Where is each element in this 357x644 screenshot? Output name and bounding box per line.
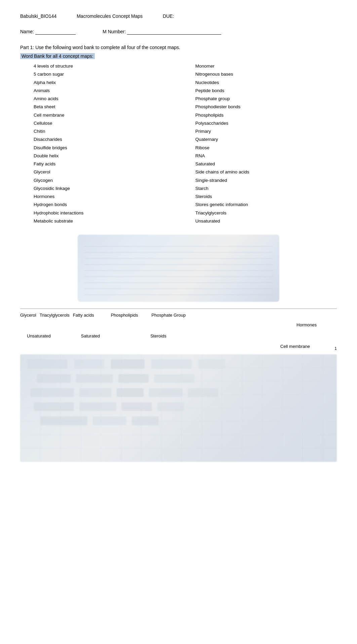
label-unsaturated: Unsaturated — [27, 333, 51, 338]
name-label: Name: — [20, 29, 34, 34]
due-label: DUE: — [163, 13, 174, 19]
wb-item: Chitin — [34, 128, 175, 135]
form-fields: Name: M Number: — [20, 29, 337, 35]
label-phosphate-group: Phosphate Group — [152, 313, 186, 318]
wb-item: Cellulose — [34, 120, 175, 127]
concept-map-diagram-top — [78, 235, 279, 302]
wb-item: Nucleotides — [195, 79, 337, 86]
wb-item: Nitrogenous bases — [195, 71, 337, 78]
concept-labels-row-1: Glycerol Triacylglycerols Fatty acids Ph… — [20, 311, 337, 320]
word-bank-right-column: Monomer Nitrogenous bases Nucleotides Pe… — [195, 63, 337, 225]
wb-item: Glycogen — [34, 177, 175, 184]
wb-item: Hydrogen bonds — [34, 201, 175, 208]
label-hormones: Hormones — [296, 322, 317, 327]
wb-item: Phosphate group — [195, 95, 337, 102]
word-bank-heading: Word Bank for all 4 concept maps: — [20, 53, 337, 59]
label-triacylglycerols: Triacylglycerols — [40, 313, 70, 318]
word-bank: 4 levels of structure 5 carbon sugar Alp… — [20, 63, 337, 225]
wb-item: Fatty acids — [34, 161, 175, 167]
wb-item: Monomer — [195, 63, 337, 70]
label-phospholipids: Phospholipids — [111, 313, 138, 318]
wb-item: Alpha helix — [34, 79, 175, 86]
name-field-container: Name: — [20, 29, 76, 35]
wb-item: Primary — [195, 128, 337, 135]
assignment-title: Macromolecules Concept Maps — [77, 13, 143, 19]
header-left: Babulski_BIO144 Macromolecules Concept M… — [20, 13, 174, 19]
label-glycerol: Glycerol — [20, 313, 36, 318]
wb-item: Polysaccharides — [195, 120, 337, 127]
wb-item: Disaccharides — [34, 136, 175, 143]
section-divider — [20, 309, 337, 309]
wb-item: 5 carbon sugar — [34, 71, 175, 78]
wb-item: Metabolic substrate — [34, 218, 175, 225]
wb-item: Ribose — [195, 145, 337, 151]
wb-item: Starch — [195, 185, 337, 192]
concept-labels-row-3: Unsaturated Saturated Steroids — [20, 330, 337, 342]
wb-item: Triacylglycerols — [195, 210, 337, 216]
wb-item: Glycerol — [34, 169, 175, 175]
wb-item: Hormones — [34, 193, 175, 200]
wb-item: Single-stranded — [195, 177, 337, 184]
name-input[interactable] — [35, 29, 76, 35]
wb-item: RNA — [195, 153, 337, 159]
overlap-labels-group: Glycerol Triacylglycerols Fatty acids — [20, 313, 94, 318]
wb-item: Stores genetic information — [195, 201, 337, 208]
wb-item: Unsaturated — [195, 218, 337, 225]
wb-item: 4 levels of structure — [34, 63, 175, 70]
wb-item: Saturated — [195, 161, 337, 167]
word-bank-left-column: 4 levels of structure 5 carbon sugar Alp… — [34, 63, 175, 225]
wb-item: Phosphodiester bonds — [195, 104, 337, 110]
wb-item: Double helix — [34, 153, 175, 159]
wb-item: Cell membrane — [34, 112, 175, 119]
course-label: Babulski_BIO144 — [20, 13, 56, 19]
wb-item: Beta sheet — [34, 104, 175, 110]
concept-map-diagram-bottom — [20, 354, 337, 462]
mnumber-label: M Number: — [103, 29, 126, 34]
wb-item: Amino acids — [34, 95, 175, 102]
mnumber-field-container: M Number: — [103, 29, 221, 35]
label-saturated: Saturated — [81, 333, 100, 338]
concept-labels-row-4: Cell membrane 1 — [20, 342, 337, 351]
concept-labels-row-2: Hormones — [20, 320, 337, 330]
wb-item: Disulfide bridges — [34, 145, 175, 151]
document-header: Babulski_BIO144 Macromolecules Concept M… — [20, 13, 337, 19]
instructions-text: Part 1: Use the following word bank to c… — [20, 45, 337, 50]
label-cell-membrane: Cell membrane — [280, 344, 310, 349]
wb-item: Hydrophobic interactions — [34, 210, 175, 216]
wb-item: Glycosidic linkage — [34, 185, 175, 192]
wb-item: Side chains of amino acids — [195, 169, 337, 175]
wb-item: Peptide bonds — [195, 87, 337, 94]
mnumber-input[interactable] — [127, 29, 221, 35]
wb-item: Phospholipids — [195, 112, 337, 119]
wb-item: Animals — [34, 87, 175, 94]
label-fatty-acids: Fatty acids — [73, 313, 94, 318]
concept-map-area: Glycerol Triacylglycerols Fatty acids Ph… — [20, 235, 337, 462]
wb-item: Quaternary — [195, 136, 337, 143]
wb-item: Steroids — [195, 193, 337, 200]
label-steroids: Steroids — [150, 333, 166, 338]
page-number: 1 — [334, 346, 337, 351]
